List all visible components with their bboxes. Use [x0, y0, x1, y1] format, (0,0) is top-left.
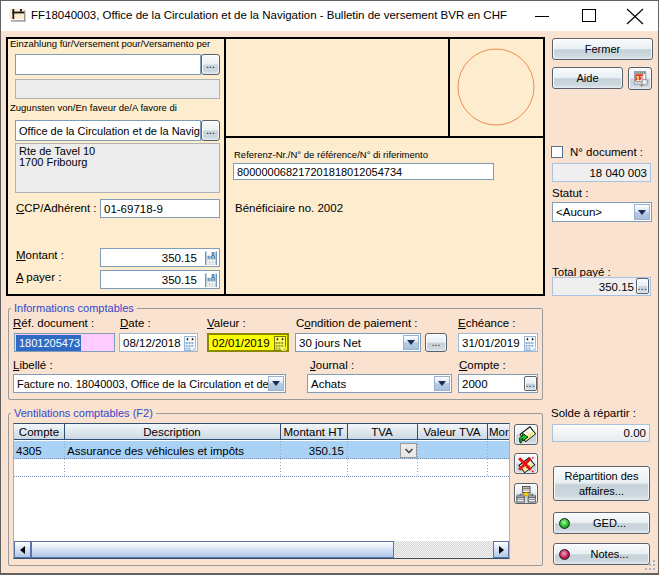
svg-text:0: 0 [212, 273, 215, 279]
svg-text:0: 0 [212, 251, 215, 257]
